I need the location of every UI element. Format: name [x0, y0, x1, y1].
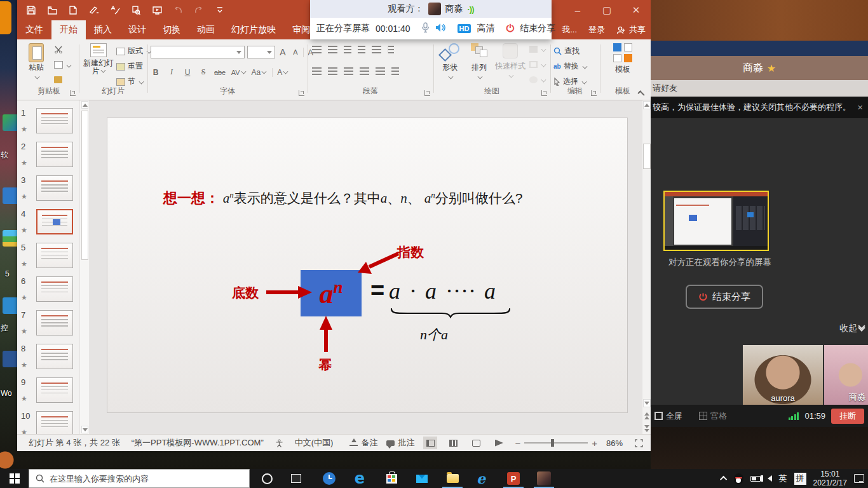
cut-button[interactable] [54, 46, 63, 53]
new-slide-button[interactable]: 新建幻灯片 [81, 43, 116, 76]
dialog-launcher-icon[interactable] [541, 90, 547, 96]
slide-thumbnail-item[interactable]: 5 [21, 243, 79, 268]
tray-expand-icon[interactable] [720, 476, 727, 483]
font-color-button[interactable]: A [272, 68, 288, 77]
zoom-in-icon[interactable]: + [592, 438, 597, 449]
previous-slide-icon[interactable] [643, 412, 651, 420]
grid-view-button[interactable]: 宫格 [699, 410, 727, 422]
zoom-slider-thumb[interactable] [551, 439, 554, 447]
share-button[interactable]: 共享 [616, 24, 646, 36]
slide-thumbnail-item[interactable]: 4 [21, 209, 79, 234]
menu-tab[interactable]: 动画 [189, 20, 223, 39]
desktop-icon-control[interactable] [3, 297, 17, 314]
slide-thumbnail-item[interactable]: 2 [21, 142, 79, 167]
shape-outline-button[interactable] [529, 61, 546, 68]
character-spacing-button[interactable]: AV [231, 69, 246, 76]
collapse-videos-button[interactable]: 收起 [839, 323, 864, 334]
desktop-icon-shield[interactable] [3, 114, 17, 131]
end-share-power-icon[interactable]: ⏻ [506, 23, 514, 34]
slide-thumbnail[interactable] [36, 175, 73, 201]
slide-sorter-view-button[interactable] [446, 437, 460, 449]
reset-button[interactable]: 重置 [116, 61, 143, 72]
minimize-icon[interactable]: – [563, 0, 592, 20]
slide-thumbnail-item[interactable]: 6 [21, 276, 79, 302]
slide-thumbnail[interactable] [36, 411, 73, 434]
template-button[interactable]: 模板 [607, 43, 639, 75]
reading-view-button[interactable] [469, 437, 483, 449]
strikethrough-button[interactable]: S [198, 67, 208, 77]
taskbar-app-store[interactable] [377, 469, 405, 488]
taskbar-app-explorer[interactable] [438, 469, 466, 488]
menu-tab[interactable]: 文件 [17, 20, 51, 39]
underline-button[interactable]: U [182, 68, 193, 77]
scroll-up-icon[interactable] [643, 101, 651, 109]
quick-styles-button[interactable]: 快速样式 [494, 43, 527, 81]
dialog-launcher-icon[interactable] [70, 90, 76, 96]
find-button[interactable]: 查找 [553, 46, 580, 57]
notes-button[interactable]: 备注 [349, 437, 377, 449]
slide-thumbnail[interactable] [36, 209, 73, 234]
editor-scrollbar[interactable] [642, 100, 651, 434]
slide-thumbnail[interactable] [36, 108, 73, 133]
slide-thumbnail[interactable] [36, 276, 73, 302]
slideshow-icon[interactable] [152, 5, 162, 15]
font-size-combobox[interactable] [247, 46, 275, 58]
decrease-indent-icon[interactable] [344, 46, 351, 53]
battery-icon[interactable] [750, 476, 761, 482]
language-indicator[interactable]: 英 [779, 473, 787, 484]
paste-button[interactable]: 粘贴 [22, 43, 50, 82]
share-preview-thumbnail[interactable] [663, 191, 769, 251]
hd-label[interactable]: 高清 [477, 23, 494, 34]
hd-badge[interactable]: HD [458, 24, 471, 33]
scroll-down-icon[interactable] [643, 399, 651, 407]
slide-thumbnail-item[interactable]: 9 [21, 377, 79, 403]
save-icon[interactable] [26, 5, 36, 15]
ime-indicator[interactable]: 拼 [794, 473, 806, 485]
dialog-launcher-icon[interactable] [299, 90, 304, 96]
taskbar-app-mail[interactable] [408, 469, 436, 488]
task-view-button[interactable] [282, 469, 310, 488]
replace-button[interactable]: ab 替换 [553, 61, 587, 72]
taskbar-search[interactable] [29, 469, 250, 488]
hangup-button[interactable]: 挂断 [831, 409, 864, 424]
action-center-icon[interactable] [854, 474, 864, 483]
slide-thumbnail-item[interactable]: 3 [21, 175, 79, 201]
scrollbar-thumb[interactable] [643, 144, 651, 169]
speaker-icon[interactable] [435, 23, 446, 34]
zoom-percentage[interactable]: 86% [606, 438, 623, 448]
desktop-icon-word[interactable] [3, 351, 17, 367]
theme-name[interactable]: “第一PPT模板网-WWW.1PPT.COM” [132, 437, 264, 449]
align-center-icon[interactable] [328, 67, 337, 75]
dialog-launcher-icon[interactable] [424, 90, 430, 96]
grow-font-button[interactable]: A [278, 47, 288, 57]
redo-icon[interactable] [194, 5, 204, 15]
fullscreen-button[interactable]: 全屏 [654, 410, 682, 422]
copy-button[interactable] [54, 61, 71, 69]
justify-icon[interactable] [360, 67, 369, 75]
scroll-up-icon[interactable] [81, 101, 88, 109]
slide-thumbnail-item[interactable]: 8 [21, 344, 79, 369]
login-button[interactable]: 登录 [588, 24, 605, 36]
taskbar-app-ie[interactable]: e [469, 469, 497, 488]
desktop-icon-partial[interactable] [0, 1, 11, 34]
language-status[interactable]: 中文(中国) [295, 437, 334, 449]
align-right-icon[interactable] [344, 67, 353, 75]
taskbar-app-powerpoint[interactable]: P [499, 469, 527, 488]
invite-friends-row[interactable]: 请好友 [651, 80, 868, 97]
taskbar-app-edge[interactable]: e [346, 469, 374, 488]
search-input[interactable] [50, 474, 227, 484]
taskbar-app-clock[interactable] [315, 469, 343, 488]
tell-me-label[interactable]: 我... [562, 24, 577, 36]
next-slide-icon[interactable] [643, 424, 651, 433]
microphone-icon[interactable] [421, 22, 430, 35]
desktop-icon-app[interactable] [3, 230, 17, 247]
smartart-convert-icon[interactable] [391, 67, 399, 75]
close-notice-icon[interactable]: × [857, 97, 863, 118]
desktop-icon-blue[interactable] [3, 187, 17, 204]
layout-button[interactable]: 版式 [116, 46, 151, 57]
bold-button[interactable]: B [151, 68, 161, 77]
close-icon[interactable]: ✕ [621, 0, 651, 20]
maximize-icon[interactable]: ▢ [592, 0, 621, 20]
slide-thumbnail[interactable] [36, 142, 73, 167]
slide-thumbnail[interactable] [36, 377, 73, 403]
